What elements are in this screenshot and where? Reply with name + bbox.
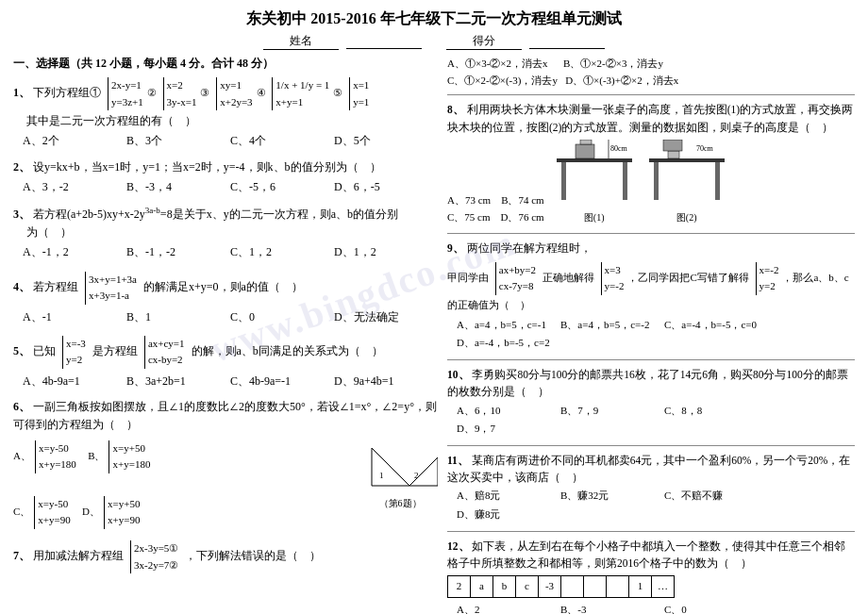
svg-text:2: 2 bbox=[414, 471, 419, 480]
q9-options: A、a=4，b=5，c=-1 B、a=4，b=5，c=-2 C、a=-4，b=-… bbox=[457, 317, 855, 352]
question-3: 3、 若方程(a+2b-5)xy+x-2y3a-b=8是关于x、y的二元一次方程… bbox=[13, 204, 438, 262]
system-q4: 3x+y=1+3a x+3y=1-a bbox=[85, 272, 137, 305]
svg-rect-8 bbox=[580, 140, 592, 144]
question-8: 8、 利用两块长方体木块测量一张桌子的高度，首先按图(1)的方式放置，再交换两块… bbox=[447, 101, 855, 225]
q7-options-right: A、①×3-②×2，消去x B、①×2-②×3，消去y C、①×2-②×(-3)… bbox=[447, 56, 855, 89]
page-title: 东关初中 2015-2016 年七年级下二元一次方程组单元测试 bbox=[13, 9, 855, 29]
system-q1-1: 2x-y=1 y=3z+1 bbox=[108, 77, 143, 110]
figure-1: 80cm 图(1) bbox=[552, 140, 637, 225]
system-q1-5: x=1 y=1 bbox=[349, 77, 369, 110]
svg-rect-13 bbox=[715, 162, 720, 200]
question-11: 11、 某商店有两进价不同的耳机都卖64元，其中一个盈利60%，另一个亏20%，… bbox=[447, 452, 855, 523]
question-9: 9、 两位同学在解方程组时， 甲同学由 ax+by=2 cx-7y=8 正确地解… bbox=[447, 240, 855, 351]
q12-table: 2 a b c -3 1 … bbox=[447, 575, 675, 598]
svg-rect-5 bbox=[561, 162, 566, 200]
name-score-row: 姓名 得分 bbox=[13, 33, 855, 50]
svg-rect-4 bbox=[557, 158, 632, 162]
svg-rect-6 bbox=[623, 162, 627, 200]
question-7: 7、 用加减法解方程组 2x-3y=5① 3x-2y=7② ，下列解法错误的是（… bbox=[13, 539, 438, 575]
figure-2: 70cm 图(2) bbox=[644, 140, 729, 225]
question-2: 2、 设y=kx+b，当x=1时，y=1；当x=2时，y=-4，则k、b的值分别… bbox=[13, 158, 438, 196]
q6-options-left: A、x=y-50x+y=180 B、x=y+50x+y=180 C、x=y-50… bbox=[13, 439, 353, 531]
left-column: 一、选择题（共 12 小题，每小题 4 分。合计 48 分） 1、 下列方程组①… bbox=[13, 56, 438, 614]
question-5: 5、 已知 x=-3 y=2 是方程组 ax+cy=1 cx-by=2 的解，则… bbox=[13, 334, 438, 390]
q10-options: A、6，10 B、7，9 C、8，8 D、9，7 bbox=[457, 403, 855, 438]
system-q1-2: x=2 3y-x=1 bbox=[163, 77, 197, 110]
q11-options: A、赔8元 B、赚32元 C、不赔不赚 D、赚8元 bbox=[457, 488, 855, 523]
system-q5-1: x=-3 y=2 bbox=[62, 336, 86, 369]
svg-rect-11 bbox=[649, 158, 725, 162]
svg-marker-0 bbox=[372, 448, 409, 486]
triangle-figure: 1 2 （第6题） bbox=[362, 439, 438, 511]
svg-text:70cm: 70cm bbox=[696, 144, 714, 153]
section1-title: 一、选择题（共 12 小题，每小题 4 分。合计 48 分） bbox=[13, 56, 438, 72]
question-10: 10、 李勇购买80分与100分的邮票共16枚，花了14元6角，购买80分与10… bbox=[447, 366, 855, 438]
score-blank bbox=[529, 34, 605, 49]
right-column: A、①×3-②×2，消去x B、①×2-②×3，消去y C、①×2-②×(-3)… bbox=[447, 56, 855, 614]
name-label: 姓名 bbox=[263, 33, 339, 50]
q4-options: A、-1 B、1 C、0 D、无法确定 bbox=[23, 308, 438, 326]
system-q1-4: 1/x + 1/y = 1 x+y=1 bbox=[272, 77, 329, 110]
q3-options: A、-1，2 B、-1，-2 C、1，2 D、1，2 bbox=[23, 243, 438, 261]
q8-options: A、73 cm B、74 cm C、75 cm D、76 cm bbox=[447, 192, 544, 225]
system-q5-2: ax+cy=1 cx-by=2 bbox=[144, 336, 185, 369]
q5-options: A、4b-9a=1 B、3a+2b=1 C、4b-9a=-1 D、9a+4b=1 bbox=[23, 373, 438, 390]
name-blank bbox=[346, 34, 422, 49]
svg-rect-15 bbox=[663, 140, 682, 151]
svg-rect-14 bbox=[668, 151, 679, 158]
question-1: 1、 下列方程组① 2x-y=1 y=3z+1 ② x=2 3y-x=1 ③ x… bbox=[13, 75, 438, 151]
q2-options: A、3，-2 B、-3，4 C、-5，6 D、6，-5 bbox=[23, 178, 438, 196]
svg-rect-12 bbox=[654, 162, 659, 200]
score-label: 得分 bbox=[446, 33, 522, 50]
svg-text:80cm: 80cm bbox=[610, 144, 628, 153]
question-12: 12、 如下表，从左到右在每个小格子中都填入一个整数，使得其中任意三个相邻格子中… bbox=[447, 538, 855, 614]
q1-options: A、2个 B、3个 C、4个 D、5个 bbox=[23, 132, 438, 150]
system-q1-3: xy=1 x+2y=3 bbox=[216, 77, 252, 110]
question-4: 4、 若方程组 3x+y=1+3a x+3y=1-a 的解满足x+y=0，则a的… bbox=[13, 270, 438, 326]
system-q7: 2x-3y=5① 3x-2y=7② bbox=[130, 540, 178, 573]
svg-text:1: 1 bbox=[379, 471, 384, 480]
triangle-svg: 1 2 bbox=[362, 439, 438, 490]
question-6: 6、 一副三角板按如图摆放，且∠1的度数比∠2的度数大50°，若设∠1=x°，∠… bbox=[13, 398, 438, 531]
q12-options: A、2 B、-3 C、0 D、1 bbox=[457, 602, 855, 614]
svg-rect-7 bbox=[576, 144, 594, 158]
